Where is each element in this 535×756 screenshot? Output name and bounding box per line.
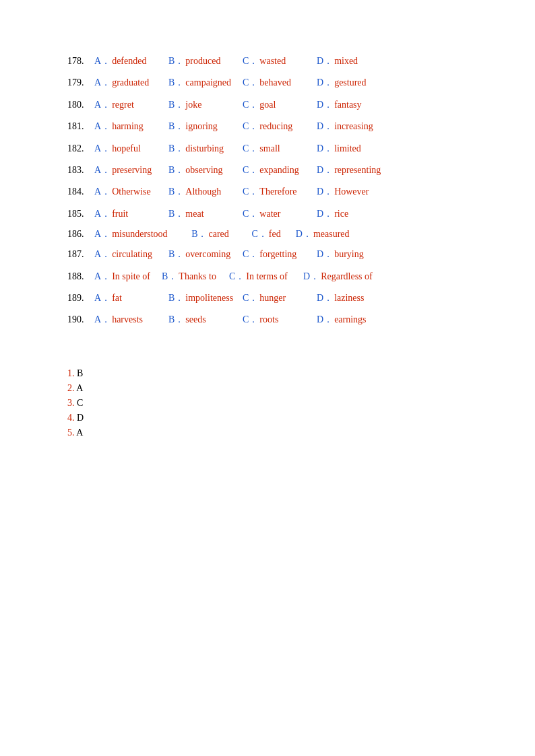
- opt-b-letter: B．: [162, 269, 177, 284]
- questions-section: 178. A． defended B． produced C． wasted D…: [67, 54, 468, 328]
- opt-c-text: small: [259, 141, 280, 156]
- opt-a-letter: A．: [94, 119, 111, 134]
- q-num: 178.: [67, 54, 94, 69]
- opt-d-text: representing: [334, 163, 381, 178]
- opt-d-letter: D．: [317, 141, 333, 156]
- opt-c-text: fed: [269, 229, 293, 240]
- q-num: 186.: [67, 229, 94, 240]
- opt-c-letter: C．: [243, 184, 258, 199]
- opt-c-letter: C．: [243, 291, 258, 306]
- opt-c-letter: C．: [229, 269, 245, 284]
- opt-a-letter: A．: [94, 184, 111, 199]
- question-row: 188. A． In spite of B． Thanks to C． In t…: [67, 269, 468, 284]
- opt-c-text: forgetting: [259, 247, 296, 262]
- opt-c-letter: C．: [243, 119, 258, 134]
- q-num: 184.: [67, 184, 94, 199]
- opt-d-letter: D．: [317, 291, 333, 306]
- opt-b-letter: B．: [168, 119, 184, 134]
- opt-d-letter: D．: [317, 54, 333, 69]
- opt-c-letter: C．: [243, 54, 258, 69]
- question-row: 181. A． harming B． ignoring C． reducing …: [67, 119, 468, 134]
- opt-a-text: graduated: [112, 75, 149, 90]
- opt-c-text: Therefore: [259, 184, 296, 199]
- answer-val: A: [76, 383, 83, 393]
- opt-a-letter: A．: [94, 141, 111, 156]
- opt-a-text: fat: [112, 291, 122, 306]
- opt-d-letter: D．: [317, 184, 333, 199]
- opt-b-letter: B．: [191, 228, 207, 240]
- q-num: 182.: [67, 141, 94, 156]
- answer-item: 4. D: [67, 413, 468, 423]
- q-num: 185.: [67, 207, 94, 221]
- opt-b-text: impoliteness: [185, 291, 233, 306]
- opt-a-letter: A．: [94, 247, 111, 262]
- opt-c-letter: C．: [251, 228, 267, 240]
- opt-b-letter: B．: [168, 163, 184, 178]
- opt-b-letter: B．: [168, 184, 184, 199]
- answer-item: 3. C: [67, 398, 468, 409]
- opt-a-text: hopeful: [112, 141, 141, 156]
- opt-d-letter: D．: [317, 312, 333, 327]
- opt-b-text: produced: [185, 54, 220, 69]
- question-row: 178. A． defended B． produced C． wasted D…: [67, 54, 468, 69]
- question-row: 180. A． regret B． joke C． goal D． fantas…: [67, 98, 468, 112]
- opt-a-text: preserving: [112, 163, 152, 178]
- answer-num: 2.: [67, 383, 75, 393]
- opt-b-letter: B．: [168, 98, 184, 112]
- opt-b-letter: B．: [168, 141, 184, 156]
- opt-a-letter: A．: [94, 207, 111, 221]
- opt-d-text: burying: [334, 247, 364, 262]
- question-row: 183. A． preserving B． observing C． expan…: [67, 163, 468, 178]
- opt-a-text: In spite of: [112, 269, 150, 284]
- answer-num: 5.: [67, 427, 75, 438]
- opt-d-text: Regardless of: [321, 269, 373, 284]
- opt-d-text: increasing: [334, 119, 373, 134]
- q-num: 180.: [67, 98, 94, 112]
- opt-a-letter: A．: [94, 291, 111, 306]
- opt-c-letter: C．: [243, 75, 258, 90]
- opt-d-letter: D．: [317, 207, 333, 221]
- opt-c-letter: C．: [243, 312, 258, 327]
- opt-b-text: observing: [185, 163, 222, 178]
- opt-a-letter: A．: [94, 54, 111, 69]
- opt-a-text: defended: [112, 54, 146, 69]
- opt-b-text: joke: [185, 98, 201, 112]
- opt-b-text: disturbing: [185, 141, 224, 156]
- opt-a-letter: A．: [94, 228, 111, 240]
- question-row: 186. A． misunderstood B． cared C． fed D．…: [67, 228, 468, 240]
- opt-d-text: laziness: [334, 291, 364, 306]
- opt-b-text: cared: [208, 229, 249, 240]
- opt-a-text: harming: [112, 119, 144, 134]
- opt-d-letter: D．: [317, 247, 333, 262]
- opt-b-letter: B．: [168, 54, 184, 69]
- answer-val: A: [76, 427, 83, 438]
- opt-b-letter: B．: [168, 291, 184, 306]
- answers-section: 1. B2. A3. C4. D5. A: [67, 368, 468, 438]
- opt-c-text: wasted: [259, 54, 286, 69]
- opt-c-text: In terms of: [246, 269, 287, 284]
- opt-c-letter: C．: [243, 247, 258, 262]
- opt-a-letter: A．: [94, 312, 111, 327]
- q-num: 183.: [67, 163, 94, 178]
- opt-d-letter: D．: [296, 228, 312, 240]
- opt-c-text: roots: [259, 312, 278, 327]
- question-row: 184. A． Otherwise B． Although C． Therefo…: [67, 184, 468, 199]
- opt-c-text: hunger: [259, 291, 286, 306]
- question-row: 190. A． harvests B． seeds C． roots D． ea…: [67, 312, 468, 327]
- opt-a-text: regret: [112, 98, 134, 112]
- opt-b-text: Thanks to: [179, 269, 216, 284]
- question-row: 185. A． fruit B． meat C． water D． rice: [67, 207, 468, 221]
- q-num: 187.: [67, 247, 94, 262]
- opt-d-letter: D．: [317, 98, 333, 112]
- opt-d-letter: D．: [317, 119, 333, 134]
- opt-b-text: campaigned: [185, 75, 231, 90]
- opt-a-letter: A．: [94, 163, 111, 178]
- q-num: 179.: [67, 75, 94, 90]
- opt-c-letter: C．: [243, 163, 258, 178]
- q-num: 181.: [67, 119, 94, 134]
- opt-b-text: overcoming: [185, 247, 230, 262]
- opt-a-letter: A．: [94, 269, 111, 284]
- answer-item: 1. B: [67, 368, 468, 379]
- opt-a-text: Otherwise: [112, 184, 151, 199]
- opt-d-text: measured: [313, 229, 350, 240]
